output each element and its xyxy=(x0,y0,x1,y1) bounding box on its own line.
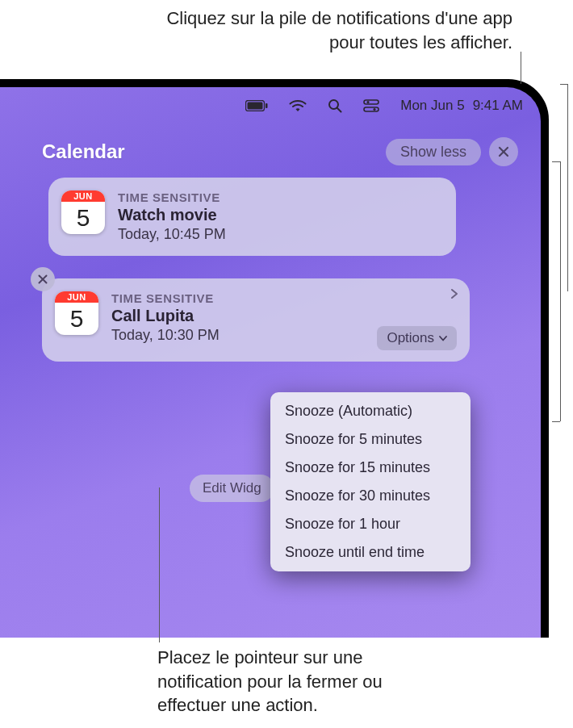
callout-line xyxy=(521,52,521,84)
calendar-app-icon: JUN 5 xyxy=(61,190,105,234)
close-icon xyxy=(38,274,48,284)
menubar-datetime[interactable]: Mon Jun 5 9:41 AM xyxy=(400,98,523,114)
callout-bracket xyxy=(560,161,561,421)
close-icon xyxy=(498,146,509,157)
time-sensitive-badge: TIME SENSITIVE xyxy=(111,291,455,305)
callout-bracket-bottom xyxy=(552,421,560,422)
notification-close-button[interactable] xyxy=(31,267,55,291)
annotation-top: Cliquez sur la pile de notifications d'u… xyxy=(137,6,512,54)
notification-body: TIME SENSITIVE Watch movie Today, 10:45 … xyxy=(118,190,441,243)
chevron-right-icon[interactable] xyxy=(450,288,458,303)
menu-item[interactable]: Snooze for 5 minutes xyxy=(270,425,471,454)
menubar: Mon Jun 5 9:41 AM xyxy=(0,87,541,124)
menu-item[interactable]: Snooze (Automatic) xyxy=(270,397,471,425)
menubar-time: 9:41 AM xyxy=(473,98,523,114)
calendar-icon-month: JUN xyxy=(55,291,98,303)
svg-rect-5 xyxy=(364,100,379,104)
calendar-app-icon: JUN 5 xyxy=(55,291,98,335)
callout-bracket-top xyxy=(552,161,560,162)
annotation-bottom: Placez le pointeur sur une notification … xyxy=(157,646,440,718)
desktop-screen: Mon Jun 5 9:41 AM Calendar Show less JUN… xyxy=(0,87,541,638)
callout-bracket-stem xyxy=(567,84,568,291)
calendar-icon-month: JUN xyxy=(61,190,105,202)
svg-rect-2 xyxy=(266,103,268,108)
menu-item[interactable]: Snooze for 1 hour xyxy=(270,510,471,538)
time-sensitive-badge: TIME SENSITIVE xyxy=(118,190,441,204)
battery-icon xyxy=(245,100,268,111)
svg-point-6 xyxy=(367,101,370,103)
menu-item[interactable]: Snooze until end time xyxy=(270,538,471,567)
control-center-icon[interactable] xyxy=(363,99,379,112)
notification-subtitle: Today, 10:45 PM xyxy=(118,226,441,243)
notification-header: Calendar Show less xyxy=(42,137,518,166)
calendar-icon-day: 5 xyxy=(55,303,98,335)
svg-rect-7 xyxy=(364,107,379,111)
svg-point-8 xyxy=(374,108,376,111)
notification-title: Watch movie xyxy=(118,206,441,224)
clear-all-button[interactable] xyxy=(489,137,518,166)
options-label: Options xyxy=(387,330,434,346)
svg-line-4 xyxy=(337,108,341,112)
notification-center: Calendar Show less JUN 5 TIME SENSITIVE … xyxy=(42,137,518,387)
notification-card[interactable]: JUN 5 TIME SENSITIVE Call Lupita Today, … xyxy=(42,278,470,362)
options-button[interactable]: Options xyxy=(377,326,457,350)
edit-widgets-button[interactable]: Edit Widg xyxy=(190,475,274,502)
calendar-icon-day: 5 xyxy=(61,202,105,234)
svg-rect-1 xyxy=(248,103,263,110)
spotlight-icon[interactable] xyxy=(328,98,342,113)
wifi-icon xyxy=(289,99,307,112)
notification-app-title: Calendar xyxy=(42,140,378,163)
menu-item[interactable]: Snooze for 15 minutes xyxy=(270,454,471,482)
menu-item[interactable]: Snooze for 30 minutes xyxy=(270,482,471,510)
options-menu: Snooze (Automatic) Snooze for 5 minutes … xyxy=(270,392,471,571)
notification-card[interactable]: JUN 5 TIME SENSITIVE Watch movie Today, … xyxy=(48,178,456,256)
chevron-down-icon xyxy=(439,336,447,341)
notification-title: Call Lupita xyxy=(111,307,455,325)
show-less-button[interactable]: Show less xyxy=(386,139,481,165)
callout-line-bottom xyxy=(159,487,160,642)
device-frame: Mon Jun 5 9:41 AM Calendar Show less JUN… xyxy=(0,79,549,638)
menubar-date: Mon Jun 5 xyxy=(400,98,464,114)
